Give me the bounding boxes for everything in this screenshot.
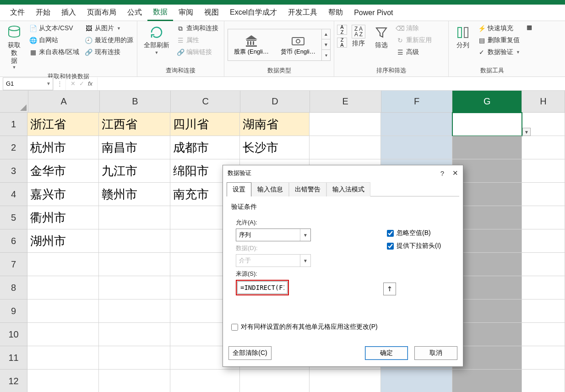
cell-C12[interactable] [170,370,240,392]
formula-input[interactable] [97,77,565,90]
recent-sources-button[interactable]: 🕘最近使用的源 [82,35,136,46]
cell-D1[interactable]: 湖南省 [240,113,310,136]
range-selector-button[interactable] [383,283,396,295]
ok-button[interactable]: 确定 [365,346,408,360]
col-header-B[interactable]: B [100,91,171,113]
row-header-11[interactable]: 11 [0,346,27,370]
row-header-3[interactable]: 3 [0,159,27,183]
tab-input-message[interactable]: 输入信息 [251,182,289,196]
col-header-G[interactable]: G [452,91,522,113]
cell-A7[interactable] [27,253,99,276]
dialog-titlebar[interactable]: 数据验证 ? ✕ [223,165,463,181]
cell-B5[interactable] [99,206,170,229]
close-button[interactable]: ✕ [452,169,458,177]
cell-A9[interactable] [27,299,99,323]
currencies-type[interactable]: 货币 (Engli… [275,32,321,58]
cell-H12[interactable] [522,370,565,392]
cell-F1[interactable] [381,113,452,136]
menu-tab-页面布局[interactable]: 页面布局 [81,5,122,20]
cell-C2[interactable]: 成都市 [170,136,240,159]
remove-duplicates-button[interactable]: ▤删除重复值 [475,35,522,46]
cell-B8[interactable] [99,276,170,299]
cell-B4[interactable]: 赣州市 [99,183,170,206]
menu-tab-插入[interactable]: 插入 [56,5,81,20]
gallery-more[interactable]: ▾ [322,50,330,60]
cell-F2[interactable] [381,136,452,159]
data-types-gallery[interactable]: 股票 (Engli… 货币 (Engli… ▲ ▼ ▾ [228,29,331,61]
dropdown-small-icon[interactable]: ⋮ [53,77,66,90]
help-button[interactable]: ? [440,169,444,177]
cell-B11[interactable] [99,346,170,370]
cell-F12[interactable] [381,370,452,392]
cell-D12[interactable] [240,370,310,392]
sort-asc-icon[interactable]: AZ [337,25,347,35]
existing-connections-button[interactable]: 🔗现有连接 [82,47,136,58]
refresh-all-button[interactable]: 全部刷新 ▼ [140,23,173,57]
cell-E12[interactable] [310,370,381,392]
cancel-button[interactable]: 取消 [414,346,457,360]
cell-H3[interactable] [522,159,565,183]
cell-B10[interactable] [99,323,170,346]
from-picture-button[interactable]: 🖼从图片▼ [82,23,136,34]
cell-C1[interactable]: 四川省 [170,113,240,136]
flash-fill-button[interactable]: ⚡快速填充 [475,23,522,34]
cell-G2[interactable] [452,136,522,159]
row-header-6[interactable]: 6 [0,229,27,253]
menu-tab-开始[interactable]: 开始 [30,5,56,20]
row-header-12[interactable]: 12 [0,370,27,392]
cell-A11[interactable] [27,346,99,370]
menu-tab-审阅[interactable]: 审阅 [173,5,199,20]
menu-tab-开发工具[interactable]: 开发工具 [282,5,323,20]
cell-A6[interactable]: 湖州市 [27,229,99,253]
from-text-csv-button[interactable]: 📄从文本/CSV [27,23,81,34]
filter-button[interactable]: 筛选 [370,23,393,51]
menu-tab-视图[interactable]: 视图 [199,5,224,20]
data-validation-button[interactable]: ✓数据验证▼ [475,47,522,58]
col-header-H[interactable]: H [522,91,565,113]
validation-dropdown-arrow[interactable]: ▼ [522,128,531,136]
cell-H5[interactable] [522,206,565,229]
cell-B3[interactable]: 九江市 [99,159,170,183]
apply-all-checkbox[interactable] [231,324,238,331]
menu-tab-文件[interactable]: 文件 [5,5,30,20]
allow-combo[interactable]: 序列 ▼ [236,229,311,241]
tab-error-alert[interactable]: 出错警告 [289,182,326,196]
sort-button[interactable]: Z AA Z 排序 [348,23,369,49]
row-header-5[interactable]: 5 [0,206,27,229]
select-all-corner[interactable] [0,91,28,113]
gallery-up[interactable]: ▲ [322,29,330,39]
cell-H4[interactable] [522,183,565,206]
dropdown-arrow-check[interactable]: 提供下拉箭头(I) [387,242,441,250]
cell-A10[interactable] [27,323,99,346]
cell-G12[interactable] [452,370,522,392]
cell-B2[interactable]: 南昌市 [99,136,170,159]
menu-tab-数据[interactable]: 数据 [147,5,173,21]
dropdown-arrow-checkbox[interactable] [387,243,394,250]
clear-all-button[interactable]: 全部清除(C) [228,346,272,360]
cell-H7[interactable] [522,253,565,276]
stocks-type[interactable]: 股票 (Engli… [228,32,275,58]
col-header-E[interactable]: E [310,91,381,113]
cell-A1[interactable]: 浙江省 [27,113,99,136]
col-header-A[interactable]: A [28,91,100,113]
cell-D2[interactable]: 长沙市 [240,136,310,159]
cell-H2[interactable] [522,136,565,159]
menu-tab-Excel自学成才[interactable]: Excel自学成才 [224,5,282,20]
row-header-7[interactable]: 7 [0,253,27,276]
queries-connections-button[interactable]: ⧉查询和连接 [174,23,221,34]
menu-tab-Power Pivot[interactable]: Power Pivot [348,6,398,20]
col-header-D[interactable]: D [240,91,310,113]
from-table-range-button[interactable]: ▦来自表格/区域 [27,47,81,58]
col-header-C[interactable]: C [171,91,240,113]
get-data-button[interactable]: 获取数 据 ▼ [3,23,26,71]
cell-A4[interactable]: 嘉兴市 [27,183,99,206]
cell-B12[interactable] [99,370,170,392]
cell-G1[interactable] [452,113,522,136]
cell-E2[interactable] [310,136,381,159]
row-header-1[interactable]: 1 [0,113,27,136]
cell-B9[interactable] [99,299,170,323]
cell-A5[interactable]: 衢州市 [27,206,99,229]
row-header-2[interactable]: 2 [0,136,27,159]
menu-tab-公式[interactable]: 公式 [122,5,147,20]
row-header-10[interactable]: 10 [0,323,27,346]
